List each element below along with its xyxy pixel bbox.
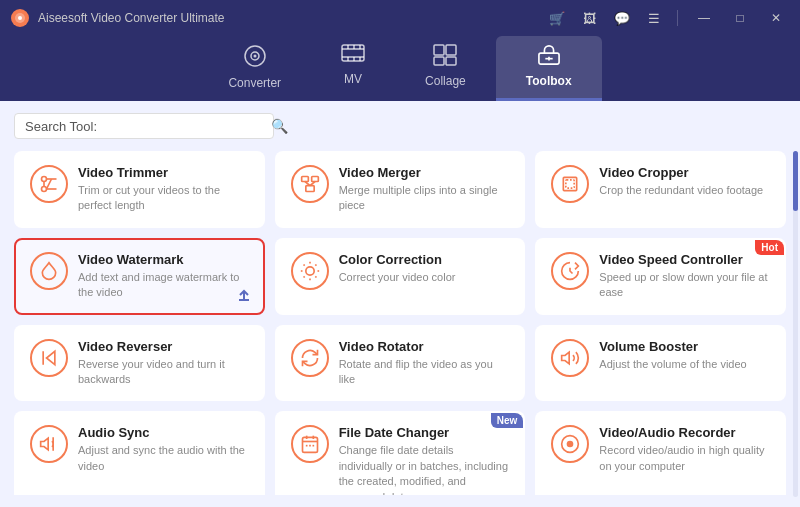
video-merger-info: Video MergerMerge multiple clips into a … [339,165,510,214]
video-merger-icon [291,165,329,203]
file-date-changer-badge: New [491,413,524,428]
svg-marker-49 [41,439,49,451]
cart-icon[interactable]: 🛒 [544,9,570,28]
video-watermark-desc: Add text and image watermark to the vide… [78,270,249,301]
volume-booster-title: Volume Booster [599,339,770,354]
title-bar-controls: 🛒 🖼 💬 ☰ — □ ✕ [544,8,790,28]
file-date-changer-info: File Date ChangerChange file date detail… [339,425,510,495]
file-date-changer-title: File Date Changer [339,425,510,440]
svg-line-40 [303,264,304,265]
tool-card-video-cropper[interactable]: Video CropperCrop the redundant video fo… [535,151,786,228]
nav-label-mv: MV [344,72,362,86]
video-cropper-desc: Crop the redundant video footage [599,183,770,198]
image-icon[interactable]: 🖼 [578,9,601,28]
tool-card-video-watermark[interactable]: Video WatermarkAdd text and image waterm… [14,238,265,315]
chat-icon[interactable]: 💬 [609,9,635,28]
tool-card-volume-booster[interactable]: Volume BoosterAdjust the volume of the v… [535,325,786,402]
main-content: Search Tool: 🔍 Video TrimmerTrim or cut … [0,101,800,507]
video-audio-recorder-title: Video/Audio Recorder [599,425,770,440]
svg-rect-18 [446,57,456,65]
nav-label-collage: Collage [425,74,466,88]
converter-icon [243,44,267,72]
video-watermark-info: Video WatermarkAdd text and image waterm… [78,252,249,301]
color-correction-info: Color CorrectionCorrect your video color [339,252,510,285]
mv-icon [341,44,365,68]
video-speed-controller-desc: Speed up or slow down your file at ease [599,270,770,301]
video-reverser-desc: Reverse your video and turn it backwards [78,357,249,388]
file-date-changer-desc: Change file date details individually or… [339,443,510,495]
video-watermark-icon [30,252,68,290]
upload-icon [237,288,251,305]
svg-rect-28 [301,177,308,182]
video-speed-controller-info: Video Speed ControllerSpeed up or slow d… [599,252,770,301]
video-cropper-title: Video Cropper [599,165,770,180]
tool-card-video-trimmer[interactable]: Video TrimmerTrim or cut your videos to … [14,151,265,228]
svg-line-27 [47,179,52,189]
nav-label-converter: Converter [228,76,281,90]
svg-line-44 [303,276,304,277]
audio-sync-desc: Adjust and sync the audio with the video [78,443,249,474]
svg-point-2 [18,16,22,20]
search-input[interactable] [103,119,271,134]
video-rotator-icon [291,339,329,377]
video-trimmer-title: Video Trimmer [78,165,249,180]
svg-rect-29 [311,177,318,182]
volume-booster-desc: Adjust the volume of the video [599,357,770,372]
svg-line-45 [315,264,316,265]
scroll-track[interactable] [793,151,798,497]
search-icon[interactable]: 🔍 [271,118,288,134]
video-rotator-info: Video RotatorRotate and flip the video a… [339,339,510,388]
audio-sync-info: Audio SyncAdjust and sync the audio with… [78,425,249,474]
tool-card-file-date-changer[interactable]: File Date ChangerChange file date detail… [275,411,526,495]
video-cropper-icon [551,165,589,203]
video-speed-controller-title: Video Speed Controller [599,252,770,267]
video-merger-title: Video Merger [339,165,510,180]
nav-item-toolbox[interactable]: Toolbox [496,36,602,101]
close-button[interactable]: ✕ [762,8,790,28]
app-logo [10,8,30,28]
volume-booster-info: Volume BoosterAdjust the volume of the v… [599,339,770,372]
menu-icon[interactable]: ☰ [643,9,665,28]
search-label: Search Tool: [25,119,97,134]
nav-item-collage[interactable]: Collage [395,36,496,101]
tool-card-audio-sync[interactable]: Audio SyncAdjust and sync the audio with… [14,411,265,495]
svg-point-37 [305,267,313,275]
collage-icon [433,44,457,70]
tool-card-video-audio-recorder[interactable]: Video/Audio RecorderRecord video/audio i… [535,411,786,495]
search-bar: Search Tool: 🔍 [14,113,274,139]
tool-card-video-rotator[interactable]: Video RotatorRotate and flip the video a… [275,325,526,402]
tool-card-video-merger[interactable]: Video MergerMerge multiple clips into a … [275,151,526,228]
file-date-changer-icon [291,425,329,463]
svg-point-23 [42,187,47,192]
video-reverser-info: Video ReverserReverse your video and tur… [78,339,249,388]
divider [677,10,678,26]
minimize-button[interactable]: — [690,8,718,28]
video-speed-controller-icon [551,252,589,290]
svg-rect-16 [446,45,456,55]
scroll-thumb [793,151,798,211]
video-speed-controller-badge: Hot [755,240,784,255]
video-audio-recorder-info: Video/Audio RecorderRecord video/audio i… [599,425,770,474]
color-correction-title: Color Correction [339,252,510,267]
svg-point-22 [42,177,47,182]
svg-point-5 [253,55,256,58]
video-cropper-info: Video CropperCrop the redundant video fo… [599,165,770,198]
nav-item-mv[interactable]: MV [311,36,395,101]
svg-rect-34 [566,180,574,188]
color-correction-desc: Correct your video color [339,270,510,285]
video-rotator-title: Video Rotator [339,339,510,354]
nav-item-converter[interactable]: Converter [198,36,311,101]
svg-marker-48 [562,352,570,364]
video-audio-recorder-desc: Record video/audio in high quality on yo… [599,443,770,474]
color-correction-icon [291,252,329,290]
svg-point-59 [567,441,574,448]
title-bar-left: Aiseesoft Video Converter Ultimate [10,8,225,28]
video-trimmer-icon [30,165,68,203]
tool-card-color-correction[interactable]: Color CorrectionCorrect your video color [275,238,526,315]
svg-rect-30 [305,186,313,192]
svg-rect-17 [434,57,444,65]
tool-card-video-speed-controller[interactable]: Video Speed ControllerSpeed up or slow d… [535,238,786,315]
tool-card-video-reverser[interactable]: Video ReverserReverse your video and tur… [14,325,265,402]
maximize-button[interactable]: □ [726,8,754,28]
video-trimmer-info: Video TrimmerTrim or cut your videos to … [78,165,249,214]
